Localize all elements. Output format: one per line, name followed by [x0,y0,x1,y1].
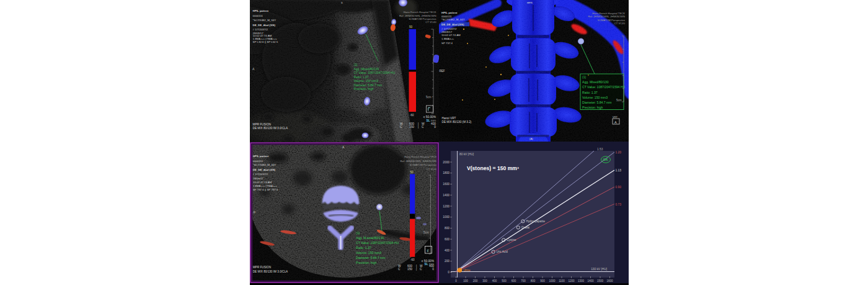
svg-text:(1): (1) [582,75,587,79]
svg-text:10:02:47.74 AM: 10:02:47.74 AM [253,181,272,184]
svg-text:Volume: 150 mm3: Volume: 150 mm3 [356,251,381,255]
svg-text:CT VC40: CT VC40 [614,22,626,25]
svg-text:300: 300 [482,279,487,283]
svg-text:700: 700 [521,279,526,283]
svg-text:0000111: 0000111 [253,160,264,163]
svg-text:V(stones) = 150 mm³: V(stones) = 150 mm³ [467,165,519,171]
svg-text:0: 0 [448,271,450,274]
svg-text:DE MIX 80/130 (M 3.2): DE MIX 80/130 (M 3.2) [442,120,472,124]
svg-text:1.20: 1.20 [616,151,622,154]
svg-text:CT Value: 1087/2047/1504 HU: CT Value: 1087/2047/1504 HU [356,241,399,245]
svg-text:DE_DE_Abd (3IS): DE_DE_Abd (3IS) [253,168,276,171]
svg-text:0000111: 0000111 [441,15,452,18]
svg-text:Hydroxyapatite: Hydroxyapatite [526,220,545,223]
svg-text:Diameter: 5.84.7 mm: Diameter: 5.84.7 mm [354,84,383,87]
svg-text:1400: 1400 [443,194,450,197]
svg-text:Agg. M-axial/80/130: Agg. M-axial/80/130 [356,236,384,240]
svg-text:MPR FUSION: MPR FUSION [253,266,271,269]
svg-text:400: 400 [445,249,450,252]
svg-text:1200: 1200 [568,279,575,283]
svg-text:≤ 50.00%: ≤ 50.00% [423,115,436,119]
svg-text:C: C [422,125,424,129]
svg-text:1000: 1000 [549,279,556,283]
svg-text:Ref: JHNKNOWN, JHNKNOWN: Ref: JHNKNOWN, JHNKNOWN [588,15,625,18]
svg-text:*SC7/5382_M_34Y: *SC7/5382_M_34Y [253,163,277,166]
svg-text:Ratio: 1.37: Ratio: 1.37 [356,246,371,250]
svg-text:600: 600 [512,279,516,283]
svg-text:1600: 1600 [443,183,450,186]
svg-text:OK: OK [603,158,608,161]
svg-text:0.73: 0.73 [616,203,622,206]
svg-text:REF: REF [440,70,445,73]
svg-text:Hano French Hospital TECK: Hano French Hospital TECK [592,12,625,15]
svg-text:Hano French Hospital TECK: Hano French Hospital TECK [404,11,436,14]
svg-text:50: 50 [409,25,413,29]
svg-text:1500: 1500 [597,279,604,283]
svg-text:Urine: Urine [464,269,471,272]
svg-text:800: 800 [445,227,450,230]
svg-text:0: 0 [434,125,436,129]
svg-text:28/09/17: 28/09/17 [253,177,264,180]
svg-text:150: 150 [409,125,414,129]
svg-text:-60: -60 [410,258,415,261]
svg-text:Ratio: 1.37: Ratio: 1.37 [582,91,598,94]
svg-text:1.53: 1.53 [597,148,603,151]
svg-text:Hano French Hospital TECK: Hano French Hospital TECK [404,155,437,158]
svg-text:Agg. Mixed/80/130: Agg. Mixed/80/130 [354,68,379,71]
svg-text:1300: 1300 [578,279,585,283]
svg-text:SOMATOM Perspective: SOMATOM Perspective [410,163,438,166]
svg-text:Diameter: 5.84.7 mm: Diameter: 5.84.7 mm [356,256,386,260]
svg-text:Hanoi VRT: Hanoi VRT [442,117,456,120]
svg-text:5cm: 5cm [426,96,432,99]
svg-text:0000111: 0000111 [253,14,264,17]
svg-text:1100: 1100 [559,279,565,283]
svg-text:SP 737.4: SP 737.4 [441,42,453,45]
svg-text:Precision: high: Precision: high [354,88,374,91]
svg-text:HPIL patient: HPIL patient [441,11,458,14]
svg-text:R: R [254,210,256,214]
svg-text:1200: 1200 [443,205,450,208]
svg-text:5cm: 5cm [423,231,429,234]
svg-text:Precision: high: Precision: high [582,106,603,109]
svg-text:1400: 1400 [587,279,594,283]
svg-text:C: C [398,268,401,271]
svg-text:SP 737.6 || SP 737.6: SP 737.6 || SP 737.6 [253,188,278,191]
svg-text:CT Value: 1087/2047/1594 HU: CT Value: 1087/2047/1594 HU [354,71,396,75]
svg-text:200: 200 [473,279,478,283]
svg-text:CT VC40: CT VC40 [425,20,436,24]
svg-text:VRT: VRT [613,115,618,119]
svg-text:0.90: 0.90 [616,186,622,189]
svg-text:DE_DE_Abd (3IS): DE_DE_Abd (3IS) [253,24,276,27]
svg-text:C: C [420,268,422,271]
svg-text:400: 400 [492,279,497,283]
svg-text:150: 150 [407,268,412,271]
svg-text:SOMATOM Perspective: SOMATOM Perspective [409,17,436,20]
svg-text:Uric Acid: Uric Acid [497,250,508,253]
svg-text:|: | [416,268,417,271]
svg-text:MPR FUSION: MPR FUSION [253,123,271,126]
svg-text:Agg. Mixed/80/130: Agg. Mixed/80/130 [582,80,609,84]
svg-text:5cm: 5cm [616,99,622,102]
svg-text:1.8MA/s.s.: 1.8MA/s.s. [441,37,454,40]
svg-text:(A): (A) [529,137,533,140]
svg-text:B: B [341,1,343,4]
svg-text:Volume: 150 mm3: Volume: 150 mm3 [354,79,379,83]
svg-text:1.13: 1.13 [616,169,622,172]
svg-text:(1): (1) [354,63,358,66]
svg-text:-60: -60 [410,114,414,117]
svg-text:SOMATOM Perspective: SOMATOM Perspective [598,19,626,22]
svg-text:900: 900 [540,279,545,283]
svg-text:DE MIX 80/130 IM 3.0/CLA: DE MIX 80/130 IM 3.0/CLA [253,270,288,273]
svg-text:Diameter: 5.84.7 mm: Diameter: 5.84.7 mm [582,101,612,104]
svg-text:|: | [418,125,418,129]
svg-text:Volume: 150 mm3: Volume: 150 mm3 [582,96,608,99]
svg-text:# 1/7/2037/2: # 1/7/2037/2 [253,28,268,31]
svg-text:Cystine: Cystine [507,238,516,242]
svg-text:CT Value: 1087/2047/1594 HU: CT Value: 1087/2047/1594 HU [582,85,626,89]
svg-text:Precision: high: Precision: high [356,261,377,265]
svg-text:HPIL patient: HPIL patient [253,9,269,12]
svg-text:HPIL patient: HPIL patient [253,155,269,158]
svg-text:1800: 1800 [443,171,450,174]
svg-text:Ratio: 1.37: Ratio: 1.37 [354,76,369,79]
svg-text:1600: 1600 [606,279,613,283]
